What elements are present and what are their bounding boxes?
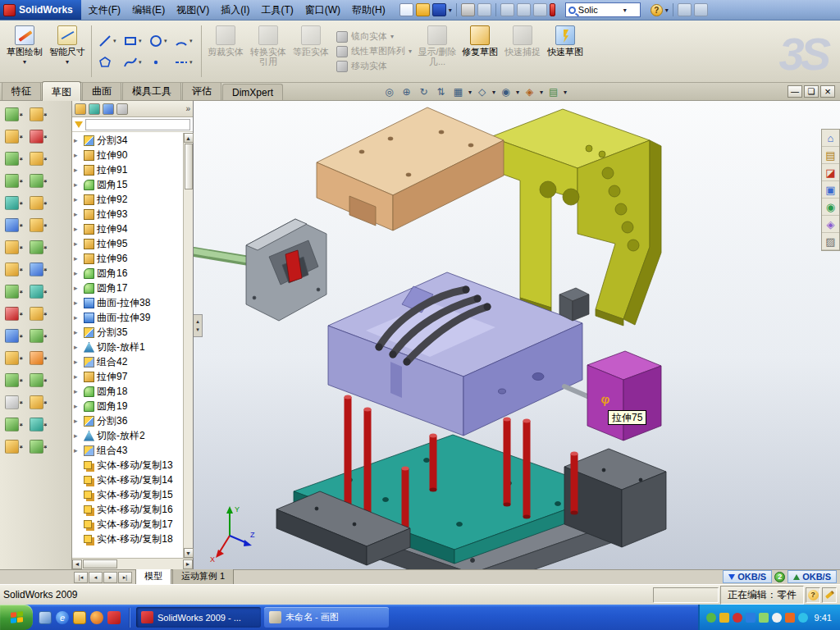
ribbon-dropdown-icon[interactable]	[66, 58, 69, 66]
display-style-dropdown-icon[interactable]	[492, 89, 495, 96]
feature-tree-item[interactable]: 切除-放样2	[72, 428, 193, 443]
feature-tree-item[interactable]: 拉伸96	[72, 251, 193, 266]
feature-tree-item[interactable]: 曲面-拉伸38	[72, 295, 193, 310]
menu-item[interactable]: 帮助(H)	[346, 1, 391, 20]
feature-tree-item[interactable]: 实体-移动/复制15	[72, 487, 193, 502]
feature-tree-item[interactable]: 实体-移动/复制18	[72, 532, 193, 546]
command-tab[interactable]: 模具工具	[122, 81, 181, 100]
flyout-arrow-icon[interactable]	[44, 156, 48, 162]
filter-input[interactable]	[85, 119, 190, 130]
flyout-arrow-icon[interactable]	[44, 377, 48, 384]
search-dropdown-icon[interactable]	[623, 7, 627, 14]
feature-tree-item[interactable]: 拉伸97	[72, 369, 193, 384]
ribbon-button[interactable]: 快速草图	[544, 22, 587, 80]
scroll-thumb[interactable]	[185, 144, 193, 189]
feature-tool-button[interactable]	[3, 150, 25, 167]
feature-tree-item[interactable]: 圆角18	[72, 384, 193, 399]
zoom-area-icon[interactable]	[399, 85, 413, 98]
ribbon-dropdown-icon[interactable]	[23, 58, 26, 66]
feature-tool-button[interactable]	[28, 150, 49, 167]
flyout-arrow-icon[interactable]	[44, 200, 48, 207]
expand-arrow-icon[interactable]	[74, 431, 81, 440]
line-tool-icon[interactable]	[96, 30, 121, 51]
toolbar-options-icon[interactable]	[694, 3, 708, 16]
expand-arrow-icon[interactable]	[74, 387, 81, 395]
feature-tool-button[interactable]	[28, 372, 49, 389]
feature-tool-button[interactable]	[28, 416, 49, 433]
undo-icon[interactable]	[500, 3, 514, 16]
expand-arrow-icon[interactable]	[74, 417, 81, 425]
task-button[interactable]: SolidWorks 2009 - ...	[136, 607, 261, 628]
feature-tool-button[interactable]	[28, 194, 49, 212]
feature-tree-item[interactable]: 圆角15	[72, 177, 193, 192]
menu-item[interactable]: 插入(I)	[215, 1, 255, 20]
feature-tool-button[interactable]	[28, 283, 49, 300]
graphics-area[interactable]: φ	[194, 101, 840, 569]
feature-tree-item[interactable]: 拉伸95	[72, 236, 193, 251]
feature-tree-item[interactable]: 拉伸90	[72, 148, 193, 162]
internet-explorer-icon[interactable]	[56, 611, 69, 624]
scroll-left-icon[interactable]: ◄	[72, 559, 82, 569]
flyout-arrow-icon[interactable]	[44, 289, 48, 295]
feature-tool-button[interactable]	[3, 349, 25, 367]
search-input[interactable]	[578, 5, 621, 15]
rotate-view-icon[interactable]	[417, 85, 431, 98]
menu-item[interactable]: 视图(V)	[171, 1, 215, 20]
arc-tool-icon[interactable]	[172, 30, 197, 51]
expand-arrow-icon[interactable]	[74, 195, 81, 203]
feature-tool-button[interactable]	[28, 305, 49, 322]
ribbon-button[interactable]: 转换实体引用	[247, 22, 290, 80]
start-button[interactable]	[0, 605, 33, 630]
feature-tool-button[interactable]	[3, 217, 25, 234]
status-help-cell[interactable]: ?	[806, 587, 820, 603]
flyout-arrow-icon[interactable]	[20, 222, 23, 229]
flyout-arrow-icon[interactable]	[20, 112, 23, 118]
command-tab[interactable]: 评估	[182, 81, 221, 100]
view-orientation-dropdown-icon[interactable]	[468, 89, 472, 96]
solidworks-rx-icon[interactable]	[550, 3, 555, 16]
tray-network-icon[interactable]	[746, 613, 756, 623]
save-icon[interactable]	[432, 3, 446, 16]
flyout-arrow-icon[interactable]	[20, 311, 23, 317]
feature-tool-button[interactable]	[28, 106, 49, 123]
feature-tree-item[interactable]: 拉伸92	[72, 192, 193, 207]
feature-tool-button[interactable]	[3, 261, 25, 278]
flyout-arrow-icon[interactable]	[44, 112, 48, 118]
circle-tool-icon[interactable]	[147, 30, 171, 51]
file-explorer-icon[interactable]	[822, 164, 839, 181]
next-tab-icon[interactable]	[103, 572, 117, 583]
feature-tool-button[interactable]	[3, 438, 25, 455]
expand-arrow-icon[interactable]	[74, 166, 81, 174]
feature-tree-item[interactable]: 实体-移动/复制17	[72, 517, 193, 532]
feature-tool-button[interactable]	[3, 128, 25, 145]
tree-horizontal-scrollbar[interactable]: ◄ ►	[72, 558, 193, 569]
flyout-arrow-icon[interactable]	[44, 134, 48, 140]
feature-tool-button[interactable]	[3, 106, 25, 123]
tray-security-icon[interactable]	[733, 613, 742, 623]
spline-tool-icon[interactable]	[121, 52, 146, 72]
more-tabs-icon[interactable]	[185, 104, 190, 113]
zoom-fit-icon[interactable]	[382, 85, 396, 98]
ribbon-stack-button[interactable]: 镜向实体	[336, 30, 412, 43]
expand-arrow-icon[interactable]	[74, 210, 81, 218]
show-desktop-icon[interactable]	[39, 611, 52, 624]
options-icon[interactable]	[533, 3, 547, 16]
configuration-manager-tab-icon[interactable]	[103, 103, 114, 115]
ribbon-button[interactable]: 等距实体	[290, 22, 332, 80]
tray-ime-icon[interactable]	[785, 613, 795, 623]
previous-tab-icon[interactable]	[89, 572, 103, 583]
expand-arrow-icon[interactable]	[74, 136, 81, 144]
feature-tree-item[interactable]: 组合42	[72, 354, 193, 369]
feature-tool-button[interactable]	[3, 416, 25, 433]
expand-arrow-icon[interactable]	[74, 299, 81, 307]
flyout-arrow-icon[interactable]	[44, 222, 48, 229]
feature-tool-button[interactable]	[28, 349, 49, 367]
command-tab[interactable]: 曲面	[82, 81, 121, 100]
pan-icon[interactable]	[434, 85, 448, 98]
feature-tool-button[interactable]	[3, 394, 25, 411]
taskbar-clock[interactable]: 9:41	[815, 613, 832, 623]
close-icon[interactable]	[820, 85, 835, 98]
dimxpert-manager-tab-icon[interactable]	[116, 103, 128, 115]
flyout-arrow-icon[interactable]	[20, 178, 23, 185]
flyout-arrow-icon[interactable]	[20, 134, 23, 140]
